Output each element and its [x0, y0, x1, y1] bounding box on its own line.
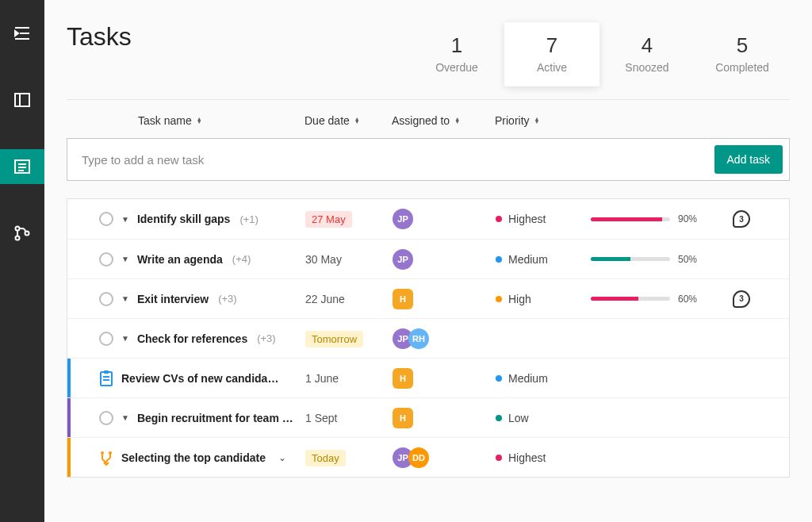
task-priority: Highest — [496, 213, 591, 225]
summary-count: 1 — [409, 33, 504, 58]
priority-dot — [496, 296, 502, 302]
dropdown-icon[interactable]: ⌄ — [278, 452, 286, 463]
add-task-button[interactable]: Add task — [714, 145, 783, 174]
avatar[interactable]: JP — [393, 209, 413, 229]
comment-icon[interactable]: 3 — [733, 210, 750, 228]
expand-caret-icon[interactable]: ▼ — [121, 334, 129, 343]
task-checkbox[interactable] — [99, 332, 113, 346]
main-content: Tasks 1Overdue7Active4Snoozed5Completed … — [44, 0, 812, 522]
task-priority: High — [496, 293, 591, 305]
expand-caret-icon[interactable]: ▼ — [121, 255, 129, 263]
svg-rect-0 — [15, 94, 29, 106]
task-row[interactable]: Selecting the top candidate⌄TodayJPDDHig… — [67, 437, 789, 477]
priority-dot — [496, 375, 502, 382]
column-headers: Task name▲▼ Due date▲▼ Assigned to▲▼ Pri… — [67, 100, 790, 138]
summary-count: 5 — [695, 33, 790, 58]
column-task-name[interactable]: Task name▲▼ — [138, 114, 304, 127]
svg-point-14 — [109, 451, 112, 455]
summary-count: 4 — [599, 33, 695, 58]
avatar[interactable]: H — [393, 408, 413, 428]
priority-dot — [496, 216, 502, 222]
subtask-count: (+3) — [218, 293, 236, 305]
column-assigned-to[interactable]: Assigned to▲▼ — [392, 114, 495, 127]
task-row[interactable]: Review CVs of new candidates1 JuneHMediu… — [67, 358, 789, 397]
subtask-count: (+1) — [239, 213, 258, 225]
indent-icon[interactable] — [0, 16, 44, 51]
task-name: Exit interview — [137, 293, 209, 305]
sort-icon: ▲▼ — [354, 117, 360, 124]
row-color-bar — [67, 359, 71, 397]
task-progress: 50% — [591, 254, 726, 265]
summary-label: Overdue — [409, 61, 504, 74]
task-name: Review CVs of new candidates — [121, 372, 280, 385]
task-list: ▼Identify skill gaps(+1)27 MayJPHighest9… — [67, 198, 790, 478]
svg-point-13 — [101, 451, 104, 455]
panel-icon[interactable] — [0, 83, 44, 117]
sort-icon: ▲▼ — [534, 117, 540, 124]
branch-icon — [99, 450, 113, 466]
summary-count: 7 — [504, 33, 599, 58]
priority-dot — [496, 256, 502, 263]
svg-point-7 — [16, 236, 20, 240]
svg-rect-9 — [101, 372, 112, 386]
summary-snoozed[interactable]: 4Snoozed — [599, 22, 695, 86]
workflow-icon[interactable] — [0, 216, 44, 251]
task-name: Identify skill gaps — [137, 213, 230, 225]
task-row[interactable]: ▼Begin recruitment for team manag...1 Se… — [67, 397, 789, 437]
task-checkbox[interactable] — [99, 212, 113, 226]
task-checkbox[interactable] — [99, 252, 113, 267]
summary-tabs: 1Overdue7Active4Snoozed5Completed — [409, 22, 790, 86]
column-due-date[interactable]: Due date▲▼ — [304, 114, 392, 127]
row-color-bar — [67, 398, 71, 437]
task-name: Check for references — [137, 332, 247, 345]
row-color-bar — [67, 438, 71, 477]
task-due-date: 27 May — [305, 213, 393, 225]
task-priority: Medium — [496, 253, 591, 266]
task-assignees: JP — [393, 209, 496, 229]
expand-caret-icon[interactable]: ▼ — [121, 413, 129, 422]
summary-completed[interactable]: 5Completed — [695, 22, 790, 86]
clipboard-icon — [99, 370, 113, 386]
summary-active[interactable]: 7Active — [504, 22, 599, 86]
new-task-row: Add task — [67, 138, 790, 181]
avatar[interactable]: H — [393, 368, 413, 389]
task-assignees: H — [393, 289, 496, 309]
task-row[interactable]: ▼Exit interview(+3)22 JuneHHigh60%3 — [67, 278, 789, 318]
subtask-count: (+4) — [232, 253, 251, 265]
task-row[interactable]: ▼Check for references(+3)TomorrowJPRH — [67, 318, 789, 358]
avatar[interactable]: H — [393, 289, 413, 309]
sort-icon: ▲▼ — [454, 117, 460, 124]
task-assignees: JP — [393, 249, 496, 270]
task-name: Selecting the top candidate — [121, 451, 266, 464]
page-title: Tasks — [67, 22, 409, 52]
avatar[interactable]: DD — [408, 447, 429, 468]
task-assignees: H — [393, 368, 496, 389]
task-checkbox[interactable] — [99, 292, 113, 306]
task-checkbox[interactable] — [99, 411, 113, 425]
column-priority[interactable]: Priority▲▼ — [495, 114, 590, 127]
list-icon[interactable] — [0, 149, 44, 184]
summary-label: Completed — [695, 61, 790, 74]
svg-rect-10 — [104, 370, 109, 374]
task-row[interactable]: ▼Identify skill gaps(+1)27 MayJPHighest9… — [67, 199, 789, 239]
new-task-input[interactable] — [67, 140, 708, 179]
task-due-date: 30 May — [305, 253, 393, 266]
avatar[interactable]: JP — [393, 249, 413, 270]
task-assignees: H — [393, 408, 496, 428]
task-name: Write an agenda — [137, 253, 223, 266]
task-progress: 90% — [591, 213, 726, 225]
expand-caret-icon[interactable]: ▼ — [121, 215, 129, 224]
task-name: Begin recruitment for team manag... — [137, 412, 296, 424]
expand-caret-icon[interactable]: ▼ — [121, 294, 129, 303]
task-due-date: Tomorrow — [305, 332, 393, 345]
summary-overdue[interactable]: 1Overdue — [409, 22, 504, 86]
comment-icon[interactable]: 3 — [733, 290, 750, 308]
svg-point-6 — [16, 227, 20, 231]
task-due-date: 22 June — [305, 293, 393, 305]
avatar[interactable]: RH — [408, 328, 429, 349]
task-due-date: Today — [305, 451, 393, 464]
subtask-count: (+3) — [257, 332, 275, 344]
task-row[interactable]: ▼Write an agenda(+4)30 MayJPMedium50% — [67, 239, 789, 278]
summary-label: Active — [504, 61, 599, 74]
sort-icon: ▲▼ — [197, 117, 202, 124]
